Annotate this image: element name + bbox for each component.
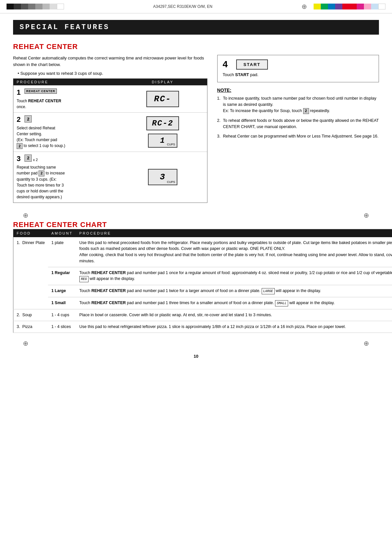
- swatch-white: [57, 4, 64, 9]
- step-3-number: 3: [17, 155, 21, 163]
- chart-row-1-regular: 1 Regular Touch REHEAT CENTER pad and nu…: [13, 267, 392, 285]
- step-3-inline-pad: 2: [39, 171, 44, 176]
- start-button-graphic: START: [236, 59, 268, 70]
- swatch-lighter-gray: [42, 4, 50, 9]
- procedure-label: PROCEDURE: [13, 79, 118, 85]
- right-column: 4 START Touch START pad. NOTE: To increa…: [217, 55, 379, 205]
- intro-text: Reheat Center automatically computes the…: [13, 55, 207, 68]
- amount-soup: 1 - 4 cups: [48, 309, 76, 321]
- compass-icon-right-bottom: ⊕: [364, 339, 369, 347]
- step-3-x-notation: x 2: [33, 158, 38, 162]
- main-content: SPECIAL FEATURES REHEAT CENTER Reheat Ce…: [0, 13, 392, 375]
- swatch-pale-gray: [50, 4, 57, 9]
- chart-section: REHEAT CENTER CHART FOOD AMOUNT PROCEDUR…: [13, 221, 379, 333]
- step-1-button-area: REHEAT CENTER: [24, 88, 57, 94]
- col-food-header: FOOD: [13, 229, 48, 237]
- section-banner: SPECIAL FEATURES: [13, 20, 379, 35]
- swatch-red2: [350, 4, 357, 9]
- step-3-display: 3 CUPS: [148, 169, 177, 185]
- swatch-blue: [328, 4, 335, 9]
- chart-row-pizza: 3. Pizza 1 - 4 slices Use this pad to re…: [13, 321, 392, 333]
- procedure-1-regular: Touch REHEAT CENTER pad and number pad 1…: [76, 267, 392, 285]
- note-list: To increase quantity, touch same number …: [217, 95, 379, 140]
- step-2-display-top: RC-2: [146, 116, 179, 130]
- step-1-number: 1: [17, 88, 21, 97]
- col-amount-header: AMOUNT: [48, 229, 76, 237]
- compass-icon-left-mid: ⊕: [23, 211, 28, 219]
- reg-label: REG: [79, 276, 89, 282]
- step-2-display-bottom: 1 CUPS: [148, 134, 177, 148]
- chart-row-soup: 2. Soup 1 - 4 cups Place in bowl or cass…: [13, 309, 392, 321]
- chart-table: FOOD AMOUNT PROCEDURE 1. Dinner Plate 1 …: [13, 229, 392, 333]
- step-1-header: 1 REHEAT CENTER: [17, 88, 115, 97]
- reheat-center-button-graphic: REHEAT CENTER: [24, 89, 57, 94]
- chart-header-row: FOOD AMOUNT PROCEDURE: [13, 229, 392, 237]
- swatch-purple: [335, 4, 342, 9]
- note-section: NOTE: To increase quantity, touch same n…: [217, 88, 379, 140]
- step-3-content: Repeat touching same number pad 2 to inc…: [17, 164, 115, 200]
- chart-row-1-small: 1 Small Touch REHEAT CENTER pad and numb…: [13, 297, 392, 309]
- procedure-1-small: Touch REHEAT CENTER pad and number pad 1…: [76, 297, 392, 309]
- swatch-yellow: [314, 4, 321, 9]
- step-4-content: Touch START pad.: [223, 72, 373, 78]
- compass-row-bottom: ⊕ ⊕: [13, 339, 379, 347]
- amount-1-plate: 1 plate: [48, 237, 76, 267]
- amount-pizza: 1 - 4 slices: [48, 321, 76, 333]
- step-4-box: 4 START Touch START pad.: [217, 55, 379, 82]
- chart-heading-black: CHART: [80, 221, 107, 229]
- note-pad-2: 2: [303, 108, 309, 114]
- food-soup: 2. Soup: [13, 309, 48, 321]
- bullet-text: Suppose you want to reheat 3 cups of sou…: [13, 71, 207, 76]
- color-swatches-right: [314, 4, 385, 9]
- chart-tbody: 1. Dinner Plate 1 plate Use this pad to …: [13, 237, 392, 333]
- step-3-header: 3 2 x 2: [17, 155, 115, 163]
- top-bar: A34297,SEC R310EK/W O/M, EN ⊕: [0, 0, 392, 13]
- chart-row-1: 1. Dinner Plate 1 plate Use this pad to …: [13, 237, 392, 267]
- chart-row-1-large: 1 Large Touch REHEAT CENTER pad and numb…: [13, 285, 392, 297]
- procedure-1-large: Touch REHEAT CENTER pad and number pad 1…: [76, 285, 392, 297]
- step-1-content: Touch REHEAT CENTERonce.: [17, 98, 115, 110]
- step-row-2: 2 2 Select desired Reheat Center setting…: [13, 112, 207, 152]
- step-3-right: 3 CUPS: [118, 152, 207, 203]
- procedure-header: PROCEDURE DISPLAY: [13, 79, 207, 85]
- swatch-mid-gray: [21, 4, 28, 9]
- amount-1-regular: 1 Regular: [48, 267, 76, 285]
- compass-icon-top: ⊕: [302, 3, 307, 10]
- note-item-3: Reheat Center can be programmed with Mor…: [217, 133, 379, 139]
- chart-thead: FOOD AMOUNT PROCEDURE: [13, 229, 392, 237]
- compass-icon-right-mid: ⊕: [364, 211, 369, 219]
- step-2-pad: 2: [24, 115, 32, 123]
- food-pizza: 3. Pizza: [13, 321, 48, 333]
- swatch-green: [321, 4, 328, 9]
- display-label: DISPLAY: [118, 79, 207, 85]
- step-2-left: 2 2 Select desired Reheat Center setting…: [13, 113, 118, 152]
- step-3-left: 3 2 x 2 Repeat touching same number pad …: [13, 152, 118, 203]
- reheat-center-heading: REHEAT CENTER: [13, 42, 379, 51]
- compass-icon-left-bottom: ⊕: [23, 339, 28, 347]
- procedure-soup: Place in bowl or casserole. Cover with l…: [76, 309, 392, 321]
- step-2-header: 2 2: [17, 115, 115, 124]
- compass-row-mid: ⊕ ⊕: [13, 211, 379, 219]
- step-row-3: 3 2 x 2 Repeat touching same number pad …: [13, 152, 207, 203]
- amount-1-small: 1 Small: [48, 297, 76, 309]
- note-item-1: To increase quantity, touch same number …: [217, 95, 379, 114]
- step-2-content: Select desired Reheat Center setting. (E…: [17, 125, 115, 149]
- swatch-black: [7, 4, 14, 9]
- procedure-table: PROCEDURE DISPLAY 1 REHEAT CENTER Touc: [13, 78, 207, 203]
- small-label: SMALL: [275, 300, 288, 306]
- procedure-pizza: Use this pad to reheat refrigerated left…: [76, 321, 392, 333]
- step-2-inline-pad: 2: [17, 143, 23, 149]
- cups-label-step3: CUPS: [167, 180, 175, 184]
- step-4-row: 4 START: [223, 59, 373, 70]
- page-number: 10: [13, 354, 379, 359]
- document-title: A34297,SEC R310EK/W O/M, EN: [153, 4, 212, 9]
- left-column: Reheat Center automatically computes the…: [13, 55, 207, 205]
- swatch-red1: [342, 4, 350, 9]
- swatch-dark-gray: [14, 4, 21, 9]
- swatch-blue-light: [371, 4, 378, 9]
- note-heading: NOTE:: [217, 88, 379, 93]
- step-1-left: 1 REHEAT CENTER Touch REHEAT CENTERonce.: [13, 86, 118, 112]
- two-col-layout: Reheat Center automatically computes the…: [13, 55, 379, 205]
- step-row-1: 1 REHEAT CENTER Touch REHEAT CENTERonce.…: [13, 85, 207, 112]
- color-swatches-left: [7, 4, 64, 9]
